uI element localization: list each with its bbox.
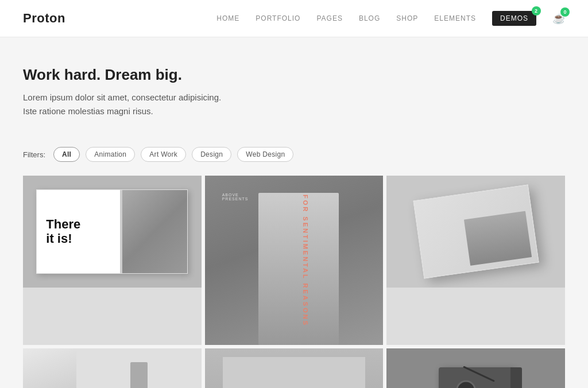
filter-all[interactable]: All [53, 147, 80, 162]
camera-visual [386, 348, 565, 388]
nav-item-blog[interactable]: BLOG [359, 14, 380, 22]
cart-badge: 0 [560, 7, 570, 17]
poster-person-figure [258, 193, 339, 346]
book-single-visual [413, 185, 539, 278]
hero-section: Work hard. Dream big. Lorem ipsum dolor … [0, 37, 588, 135]
nav-item-demos[interactable]: DEMOS 2 [492, 11, 536, 26]
book-title: Thereit is! [46, 218, 111, 245]
portfolio-item-4[interactable] [23, 348, 202, 388]
portfolio-item-3[interactable] [386, 176, 565, 345]
poster-bottom-visual: POSTER [205, 348, 384, 388]
nav-item-home[interactable]: HOME [216, 14, 239, 22]
portfolio-grid: Thereit is! ABOVEPRESENTS FOR SENTIMENTA… [0, 176, 588, 388]
filters-label: Filters: [23, 150, 45, 159]
portfolio-item-1[interactable]: Thereit is! [23, 176, 202, 345]
logo: Proton [23, 11, 65, 26]
nav-item-pages[interactable]: PAGES [316, 14, 342, 22]
header: Proton HOME PORTFOLIO PAGES BLOG SHOP EL… [0, 0, 588, 37]
nav-item-elements[interactable]: ELEMENTS [434, 14, 476, 22]
portfolio-item-6[interactable] [386, 348, 565, 388]
nav-item-shop[interactable]: SHOP [396, 14, 418, 22]
portfolio-item-5[interactable]: POSTER [205, 348, 384, 388]
nav-item-portfolio[interactable]: PORTFOLIO [256, 14, 300, 22]
filter-design[interactable]: Design [192, 147, 231, 162]
filter-webdesign[interactable]: Web Design [237, 147, 293, 162]
filter-animation[interactable]: Animation [86, 147, 135, 162]
hero-body-line2: Iste ratione molestias magni risus. [23, 104, 565, 118]
poster-vertical-text: FOR SENTIMENTAL REASONS [302, 195, 309, 327]
demos-badge: 2 [532, 6, 541, 15]
portfolio-item-2[interactable]: ABOVEPRESENTS FOR SENTIMENTAL REASONS [205, 176, 384, 345]
poster-visual: ABOVEPRESENTS FOR SENTIMENTAL REASONS [205, 176, 384, 345]
main-nav: HOME PORTFOLIO PAGES BLOG SHOP ELEMENTS … [216, 11, 565, 26]
book-spread-visual: Thereit is! [36, 189, 188, 273]
hero-body-line1: Lorem ipsum dolor sit amet, consectetur … [23, 91, 565, 104]
hero-heading: Work hard. Dream big. [23, 66, 565, 84]
room-visual [23, 348, 202, 388]
poster-label: ABOVEPRESENTS [222, 193, 249, 201]
cart-button[interactable]: ☕ 0 [552, 12, 565, 25]
filter-artwork[interactable]: Art Work [141, 147, 186, 162]
filters-bar: Filters: All Animation Art Work Design W… [0, 135, 588, 176]
